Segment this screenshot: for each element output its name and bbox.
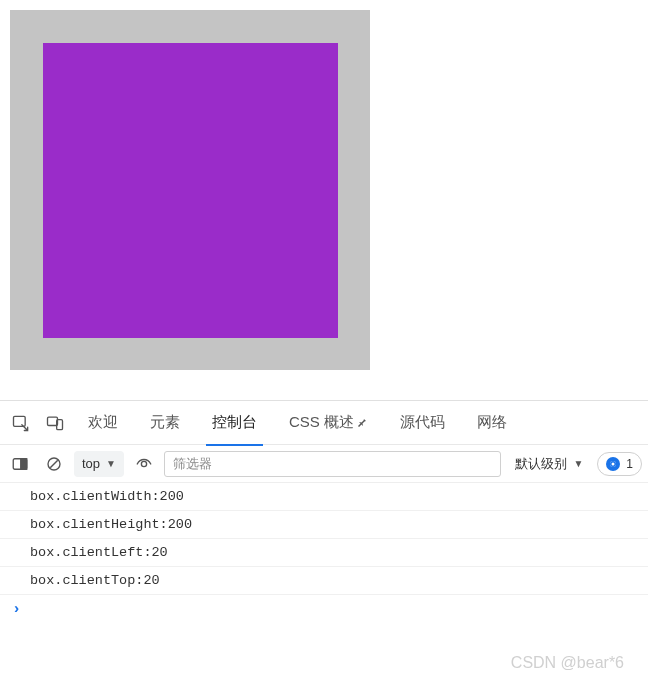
console-line: box.clientLeft:20 [0,539,648,567]
devtools-panel: 欢迎 元素 控制台 CSS 概述 源代码 网络 [0,400,648,624]
tab-css-overview[interactable]: CSS 概述 [275,401,382,445]
tab-sources[interactable]: 源代码 [386,401,459,445]
sidebar-toggle-icon[interactable] [6,450,34,478]
issues-count: 1 [626,457,633,471]
svg-line-6 [50,460,58,468]
pin-icon [356,414,368,431]
svg-rect-4 [21,458,27,469]
console-line: box.clientWidth:200 [0,483,648,511]
console-line: box.clientTop:20 [0,567,648,595]
live-expression-icon[interactable] [130,450,158,478]
device-toggle-icon[interactable] [40,408,70,438]
log-level-selector[interactable]: 默认级别 ▼ [507,451,591,477]
console-toolbar: top ▼ 默认级别 ▼ 1 [0,445,648,483]
outer-box [10,10,370,370]
tab-welcome[interactable]: 欢迎 [74,401,132,445]
console-prompt[interactable]: › [0,595,648,624]
tab-elements[interactable]: 元素 [136,401,194,445]
tab-css-overview-label: CSS 概述 [289,413,354,432]
chevron-down-icon: ▼ [573,458,583,469]
watermark: CSDN @bear*6 [511,654,624,672]
console-line: box.clientHeight:200 [0,511,648,539]
svg-point-7 [141,461,146,466]
context-label: top [82,456,100,471]
chevron-down-icon: ▼ [106,458,116,469]
devtools-tabs: 欢迎 元素 控制台 CSS 概述 源代码 网络 [0,401,648,445]
console-output: box.clientWidth:200 box.clientHeight:200… [0,483,648,624]
tab-console[interactable]: 控制台 [198,401,271,445]
issues-button[interactable]: 1 [597,452,642,476]
inspect-icon[interactable] [6,408,36,438]
filter-input[interactable] [164,451,501,477]
tab-network[interactable]: 网络 [463,401,521,445]
inner-box [43,43,338,338]
rendered-page [0,0,648,400]
log-level-label: 默认级别 [515,455,567,473]
clear-console-icon[interactable] [40,450,68,478]
context-selector[interactable]: top ▼ [74,451,124,477]
info-dot-icon [606,457,620,471]
svg-rect-0 [14,416,26,426]
